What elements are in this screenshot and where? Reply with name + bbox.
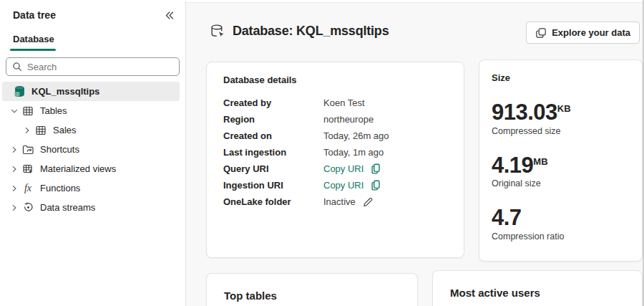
detail-label: Ingestion URI: [223, 180, 323, 191]
tree-item-label: KQL_mssqltips: [31, 86, 99, 97]
tree-item-label: Tables: [40, 105, 67, 116]
top-tables-title: Top tables: [224, 290, 400, 302]
page-header: Database: KQL_mssqltips: [210, 24, 389, 39]
detail-value: Today, 1m ago: [323, 147, 384, 158]
chevron-right-icon[interactable]: [8, 144, 21, 156]
metric-label: Compressed size: [492, 126, 630, 136]
metric-original-size: 4.19MB Original size: [492, 154, 630, 189]
tab-active-indicator: [10, 49, 56, 51]
detail-row-created-on: Created on Today, 26m ago: [223, 128, 447, 144]
data-streams-icon: [21, 202, 35, 214]
chevron-right-icon[interactable]: [8, 183, 21, 194]
tree-item-kql-mssqltips[interactable]: KQL_mssqltips: [2, 82, 180, 101]
tree-item-data-streams[interactable]: Data streams: [2, 198, 180, 217]
database-cursor-icon: [210, 24, 225, 39]
detail-row-last-ingestion: Last ingestion Today, 1m ago: [223, 144, 447, 161]
tree-item-label: Data streams: [40, 202, 95, 213]
size-card: Size 913.03KB Compressed size 4.19MB Ori…: [479, 59, 643, 262]
tree-item-label: Functions: [40, 183, 80, 193]
tree-item-label: Materialized views: [40, 163, 116, 174]
detail-label: Last ingestion: [223, 147, 323, 158]
chevron-down-icon[interactable]: [8, 105, 21, 117]
tree-item-shortcuts[interactable]: Shortcuts: [2, 140, 180, 159]
copy-query-uri-link[interactable]: Copy URI: [323, 163, 364, 174]
size-card-title: Size: [492, 72, 630, 83]
explore-button-label: Explore your data: [552, 27, 630, 38]
tree-item-sales[interactable]: Sales: [2, 120, 180, 140]
detail-label: Query URI: [223, 163, 323, 174]
original-size-value: 4.19: [492, 153, 533, 178]
edit-pencil-icon[interactable]: [363, 196, 374, 207]
compression-ratio-value: 4.7: [492, 205, 522, 230]
copy-icon[interactable]: [371, 180, 381, 191]
tab-database[interactable]: Database: [13, 34, 54, 44]
chevron-right-icon[interactable]: [21, 125, 34, 136]
details-card-title: Database details: [223, 75, 447, 85]
metric-compressed-size: 913.03KB Compressed size: [492, 101, 630, 136]
details-rows: Created by Koen Test Region northeurope …: [223, 95, 447, 210]
double-chevron-left-icon: [164, 10, 175, 21]
detail-label: Created on: [223, 130, 323, 141]
database-details-card: Database details Created by Koen Test Re…: [206, 62, 464, 258]
tree-item-functions[interactable]: fx Functions: [2, 178, 180, 198]
explore-data-icon: [535, 27, 547, 39]
metric-label: Original size: [492, 178, 630, 188]
search-box[interactable]: [6, 57, 180, 76]
metric-compression-ratio: 4.7 Compression ratio: [492, 206, 630, 242]
kql-database-icon: [12, 86, 26, 97]
function-icon: fx: [21, 183, 35, 194]
materialized-view-icon: [21, 163, 35, 175]
table-icon: [21, 105, 35, 117]
sidebar-header: Data tree: [13, 7, 177, 23]
original-size-unit: MB: [533, 156, 547, 166]
search-input[interactable]: [27, 62, 173, 72]
tree-item-materialized-views[interactable]: Materialized views: [2, 159, 180, 178]
detail-value: Today, 26m ago: [323, 130, 389, 141]
detail-row-onelake-folder: OneLake folder Inactive: [223, 193, 447, 210]
onelake-folder-status: Inactive: [323, 196, 356, 207]
shortcuts-folder-icon: [21, 144, 35, 156]
copy-icon[interactable]: [371, 163, 381, 174]
data-tree-sidebar: Data tree Database: [0, 0, 185, 306]
main-content: Database: KQL_mssqltips Explore your dat…: [185, 0, 643, 306]
most-active-users-card: Most active users: [432, 270, 643, 306]
detail-label: OneLake folder: [223, 196, 323, 207]
tree-item-tables[interactable]: Tables: [2, 101, 180, 120]
metric-label: Compression ratio: [492, 231, 630, 242]
search-icon: [12, 62, 22, 72]
detail-row-created-by: Created by Koen Test: [223, 95, 447, 111]
sidebar-title: Data tree: [13, 9, 56, 21]
copy-ingestion-uri-link[interactable]: Copy URI: [323, 180, 364, 191]
tree-item-label: Shortcuts: [40, 144, 79, 155]
compressed-size-unit: KB: [557, 103, 571, 114]
detail-value: Koen Test: [323, 97, 365, 108]
most-active-users-title: Most active users: [450, 287, 625, 299]
collapse-sidebar-button[interactable]: [161, 7, 177, 23]
table-icon: [34, 125, 48, 136]
detail-row-query-uri: Query URI Copy URI: [223, 161, 447, 177]
explore-your-data-button[interactable]: Explore your data: [526, 21, 640, 44]
detail-label: Created by: [223, 97, 323, 108]
kql-database-page: Data tree Database: [0, 0, 644, 306]
compressed-size-value: 913.03: [492, 100, 557, 125]
detail-row-ingestion-uri: Ingestion URI Copy URI: [223, 177, 447, 193]
chevron-right-icon[interactable]: [8, 202, 21, 214]
detail-label: Region: [223, 114, 323, 125]
page-title: Database: KQL_mssqltips: [233, 24, 389, 39]
top-tables-card: Top tables: [206, 273, 418, 306]
detail-row-region: Region northeurope: [223, 111, 447, 128]
detail-value: northeurope: [323, 114, 374, 125]
database-tree: KQL_mssqltips Tables Sales: [0, 82, 182, 217]
chevron-right-icon[interactable]: [8, 163, 21, 175]
tree-item-label: Sales: [53, 125, 77, 135]
